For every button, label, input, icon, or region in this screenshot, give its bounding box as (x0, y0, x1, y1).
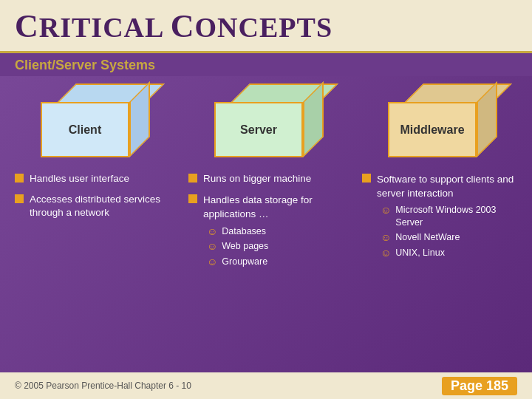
subtitle-text: Client/Server Systems (15, 58, 155, 72)
server-sub-1-text: Databases (222, 225, 266, 237)
client-bullet-1-text: Handles user interface (30, 172, 129, 185)
server-sub-3-text: Groupware (222, 256, 267, 267)
middleware-sub-1-text: Microsoft Windows 2003 Server (395, 204, 517, 228)
client-bullet-1: Handles user interface (15, 172, 170, 185)
middleware-sub-3-text: UNIX, Linux (395, 247, 445, 259)
client-bullets: Handles user interface Accesses distribu… (11, 172, 174, 228)
client-cube: Client (33, 83, 151, 165)
middleware-sub-2-text: Novell NetWare (395, 231, 460, 243)
sub-bullet-icon: ☺ (381, 231, 391, 244)
middleware-sub-3: ☺ UNIX, Linux (381, 247, 517, 259)
cube-front: Server (214, 102, 303, 157)
sub-bullet-icon: ☺ (207, 225, 217, 238)
client-bullet-2: Accesses distributed services through a … (15, 193, 170, 219)
middleware-sub-2: ☺ Novell NetWare (381, 231, 517, 244)
server-cube: Server (207, 83, 325, 165)
footer-copyright: © 2005 Pearson Prentice-Hall Chapter 6 -… (15, 381, 191, 391)
middleware-cube: Middleware (381, 83, 499, 165)
sub-bullet-icon: ☺ (207, 240, 217, 253)
server-label: Server (240, 123, 277, 137)
bullet-icon (15, 194, 24, 203)
subtitle: Client/Server Systems (0, 53, 532, 76)
server-bullet-2-text: Handles data storage for applications … (203, 194, 313, 219)
server-sub-3: ☺ Groupware (207, 256, 344, 268)
bullet-icon (15, 174, 24, 183)
middleware-bullet-1: Software to support clients and server i… (362, 172, 517, 262)
server-bullet-2: Handles data storage for applications … … (188, 193, 344, 271)
sub-bullet-icon: ☺ (381, 204, 391, 216)
server-sub-bullets: ☺ Databases ☺ Web pages ☺ Groupware (207, 225, 344, 268)
server-sub-1: ☺ Databases (207, 225, 344, 238)
cube-front: Middleware (388, 102, 477, 157)
footer: © 2005 Pearson Prentice-Hall Chapter 6 -… (0, 372, 532, 399)
title-bar: CRITICAL CONCEPTS (0, 0, 532, 53)
middleware-label: Middleware (400, 123, 464, 137)
server-sub-2-text: Web pages (222, 240, 268, 252)
server-bullet-1: Runs on bigger machine (188, 172, 344, 185)
middleware-bullets: Software to support clients and server i… (358, 172, 521, 270)
middleware-bullet-1-text: Software to support clients and server i… (377, 174, 514, 199)
client-bullet-2-text: Accesses distributed services through a … (30, 193, 170, 219)
bullet-icon (362, 174, 371, 183)
bullet-icon (188, 174, 197, 183)
slide: CRITICAL CONCEPTS Client/Server Systems … (0, 0, 532, 399)
server-bullet-1-text: Runs on bigger machine (203, 172, 311, 185)
client-column: Client Handles user interface Accesses d… (11, 83, 174, 357)
cube-front: Client (41, 102, 129, 157)
middleware-sub-1: ☺ Microsoft Windows 2003 Server (381, 204, 517, 228)
client-label: Client (69, 123, 101, 137)
bullet-icon (188, 194, 197, 203)
server-column: Server Runs on bigger machine Handles da… (185, 83, 347, 357)
server-bullets: Runs on bigger machine Handles data stor… (185, 172, 347, 279)
sub-bullet-icon: ☺ (381, 247, 391, 259)
middleware-column: Middleware Software to support clients a… (358, 83, 521, 357)
main-title: CRITICAL CONCEPTS (15, 7, 517, 45)
main-content: Client Handles user interface Accesses d… (0, 76, 532, 364)
middleware-sub-bullets: ☺ Microsoft Windows 2003 Server ☺ Novell… (381, 204, 517, 259)
sub-bullet-icon: ☺ (207, 256, 217, 268)
server-sub-2: ☺ Web pages (207, 240, 344, 253)
footer-page: Page 185 (442, 377, 517, 395)
